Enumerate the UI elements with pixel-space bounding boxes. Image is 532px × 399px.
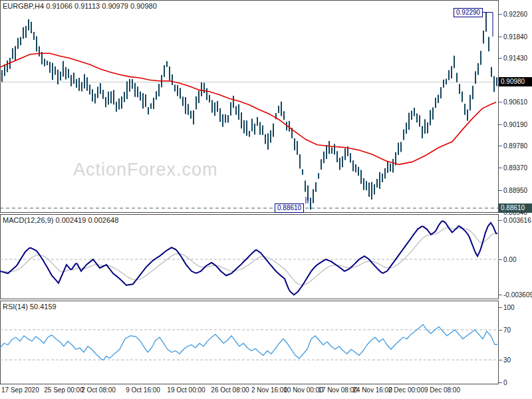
price-axis-label: 0.90610 <box>503 98 527 106</box>
rsi-axis-label: 100 <box>503 304 515 311</box>
time-axis-label: 10 Nov 00:00 <box>283 386 323 394</box>
macd-axis-label-tick <box>499 220 502 221</box>
rsi-axis-label-tick <box>499 360 502 360</box>
rsi-axis-label: 70 <box>503 326 511 333</box>
price-axis-label: 0.91840 <box>503 33 527 40</box>
macd-chart <box>0 214 499 299</box>
time-axis-label: 2 Dec 00:00 <box>388 386 424 394</box>
rsi-axis-label-tick <box>499 382 502 383</box>
time-axis-label: 26 Oct 08:00 <box>211 386 249 394</box>
price-chart <box>0 0 499 213</box>
price-axis-label: 0.92260 <box>503 11 527 18</box>
price-axis-label: 0.89780 <box>503 142 527 150</box>
rsi-label: RSI(14) 50.4159 <box>3 303 57 311</box>
time-axis-label: 9 Dec 08:00 <box>424 386 460 394</box>
macd-axis-label: 0.00 <box>503 256 516 263</box>
time-axis-label: 9 Oct 16:00 <box>126 386 160 394</box>
price-axis-label-tick <box>499 58 502 59</box>
current-price-badge: 0.90980 <box>499 77 532 86</box>
time-axis-label: 24 Nov 16:00 <box>352 386 392 394</box>
time-axis-label: 19 Oct 00:00 <box>167 386 205 394</box>
support-price-badge: 0.88610 <box>499 203 532 213</box>
price-axis-label-tick <box>499 37 502 37</box>
rsi-axis-label: 30 <box>503 356 511 364</box>
macd-axis-label: 0.003616 <box>503 217 531 224</box>
price-axis-label: 0.88950 <box>503 186 527 194</box>
macd-axis-label-tick <box>499 259 502 260</box>
support-level-box: 0.88610 <box>275 203 304 213</box>
macd-label: MACD(12,26,9) 0.002419 0.002648 <box>3 216 118 224</box>
price-panel: ActionForex.com EURGBP,H4 0.91066 0.9111… <box>0 0 499 213</box>
rsi-panel: RSI(14) 50.4159 <box>0 301 499 384</box>
price-axis-label: 0.90190 <box>503 120 527 128</box>
time-axis-label: 17 Sep 2020 <box>1 386 39 394</box>
time-axis-label: 2 Nov 16:00 <box>251 386 287 394</box>
price-axis-label-tick <box>499 14 502 15</box>
price-axis-label-tick <box>499 146 502 146</box>
forex-chart-page: ActionForex.com EURGBP,H4 0.91066 0.9111… <box>0 0 532 399</box>
price-axis-label: 0.91430 <box>503 55 527 62</box>
price-axis-label: 0.89370 <box>503 164 527 172</box>
time-axis-label: 17 Nov 08:00 <box>318 386 358 394</box>
rsi-axis-label-tick <box>499 330 502 331</box>
chart-title: EURGBP,H4 0.91066 0.91113 0.90979 0.9098… <box>3 2 157 10</box>
time-axis-label: 25 Sep 00:00 <box>44 386 84 394</box>
price-axis-label-tick <box>499 124 502 125</box>
macd-panel: MACD(12,26,9) 0.002419 0.002648 <box>0 214 499 299</box>
time-axis-label: 2 Oct 08:00 <box>81 386 116 394</box>
rsi-axis-label-tick <box>499 307 502 308</box>
time-axis: 17 Sep 202025 Sep 00:002 Oct 08:009 Oct … <box>0 384 532 399</box>
resistance-level-box: 0.92290 <box>454 8 483 17</box>
price-axis-label-tick <box>499 102 502 102</box>
price-axis: 0.922600.918400.914300.906100.901900.897… <box>499 0 532 399</box>
price-axis-label-tick <box>499 168 502 168</box>
rsi-chart <box>0 301 499 384</box>
macd-axis-label-tick <box>499 295 502 295</box>
macd-axis-label: -0.003609 <box>503 291 532 299</box>
price-axis-label-tick <box>499 190 502 191</box>
